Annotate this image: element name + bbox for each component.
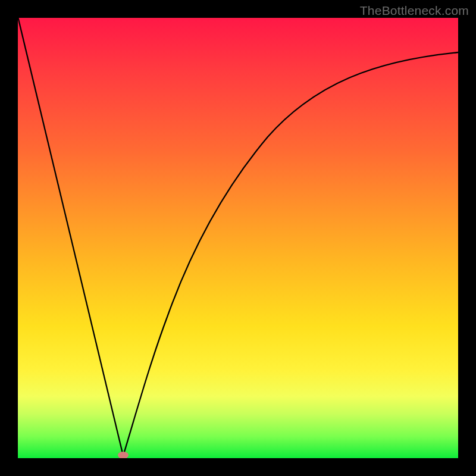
min-marker [118,452,129,458]
watermark-text: TheBottleneck.com [360,4,469,18]
chart-frame: TheBottleneck.com [0,0,476,476]
bottleneck-curve [18,18,458,458]
left-branch [18,18,123,456]
plot-area [18,18,458,458]
right-branch [123,52,458,456]
